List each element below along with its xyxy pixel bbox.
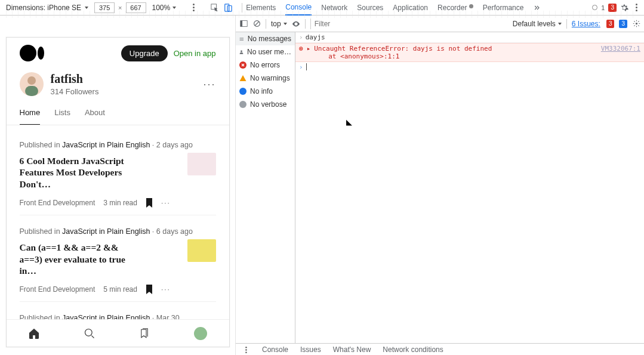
nav-home-icon[interactable] — [28, 328, 40, 339]
console-pane: top Default levels 6 Issues: 3 3 No mess… — [236, 16, 644, 355]
posts-list: Published in JavaScript in Plain English… — [7, 125, 229, 347]
prompt-icon: › — [299, 63, 303, 71]
text-cursor — [306, 63, 307, 70]
tab-home[interactable]: Home — [20, 108, 41, 125]
bottom-nav — [7, 319, 229, 347]
post-thumbnail — [187, 153, 216, 175]
log-level-select[interactable]: Default levels — [513, 20, 562, 28]
username: fatfish — [51, 72, 99, 86]
clear-console-icon[interactable] — [252, 20, 261, 28]
post-tag[interactable]: Front End Development — [20, 285, 95, 294]
console-command-line: › dayjs — [295, 32, 644, 43]
post-more-icon[interactable]: ··· — [161, 285, 171, 294]
svg-point-11 — [239, 101, 246, 108]
console-error-line: ⊗ ▸ Uncaught ReferenceError: dayjs is no… — [295, 43, 644, 62]
post-tag[interactable]: Front End Development — [20, 199, 95, 207]
drawer-tab-whatsnew[interactable]: What's New — [333, 345, 371, 354]
status-dot-grey — [592, 5, 597, 10]
user-avatar[interactable] — [20, 72, 44, 96]
user-more-icon[interactable]: ··· — [203, 78, 215, 91]
nav-bookmarks-icon[interactable] — [138, 328, 150, 339]
issues-info-badge[interactable]: 3 — [619, 20, 627, 28]
nav-search-icon[interactable] — [84, 328, 95, 339]
context-select[interactable]: top — [271, 20, 287, 28]
live-expression-icon[interactable] — [292, 20, 300, 28]
sidebar-no-verbose[interactable]: No verbose — [236, 98, 295, 111]
ruler — [6, 16, 236, 18]
console-input-line[interactable]: › — [295, 62, 644, 72]
console-toolbar: top Default levels 6 Issues: 3 3 — [236, 16, 644, 32]
device-preview-pane: Upgrade Open in app fatfish 314 Follower… — [0, 16, 236, 355]
post-item[interactable]: Published in JavaScript in Plain English… — [20, 215, 216, 302]
chevron-down-icon — [85, 7, 88, 9]
dimension-separator: × — [118, 4, 122, 11]
console-log[interactable]: › dayjs ⊗ ▸ Uncaught ReferenceError: day… — [295, 32, 644, 343]
chevron-down-icon — [558, 23, 562, 25]
prompt-icon: › — [299, 33, 303, 41]
bookmark-icon[interactable] — [146, 198, 153, 208]
filter-input[interactable] — [310, 18, 404, 29]
post-title: 6 Cool Modern JavaScript Features Most D… — [20, 155, 139, 190]
console-sidebar: No messages No user me… No errors No war… — [236, 32, 295, 343]
drawer-tabs: Console Issues What's New Network condit… — [236, 343, 644, 355]
drawer-tab-console[interactable]: Console — [262, 345, 288, 354]
chevron-down-icon — [284, 23, 287, 25]
tab-about[interactable]: About — [85, 108, 105, 125]
followers-count: 314 Followers — [51, 87, 99, 96]
sidebar-no-warnings[interactable]: No warnings — [236, 72, 295, 85]
drawer-tab-network-conditions[interactable]: Network conditions — [383, 345, 443, 354]
sidebar-no-info[interactable]: No info — [236, 85, 295, 98]
post-item[interactable]: Published in JavaScript in Plain English… — [20, 129, 216, 215]
drawer-tab-issues[interactable]: Issues — [300, 345, 321, 354]
svg-rect-5 — [240, 21, 242, 27]
console-settings-icon[interactable] — [632, 20, 640, 28]
svg-point-10 — [239, 88, 246, 95]
sidebar-no-errors[interactable]: No errors — [236, 58, 295, 72]
error-icon: ⊗ — [299, 45, 303, 60]
error-source-link[interactable]: VM332067:1 — [601, 45, 640, 60]
chevron-down-icon — [172, 7, 176, 9]
read-time: 3 min read — [103, 199, 137, 207]
medium-logo-icon[interactable] — [20, 45, 36, 61]
open-in-app-link[interactable]: Open in app — [174, 49, 216, 58]
post-more-icon[interactable]: ··· — [161, 199, 171, 207]
svg-point-8 — [241, 50, 242, 52]
bookmark-icon[interactable] — [146, 285, 153, 294]
device-viewport: Upgrade Open in app fatfish 314 Follower… — [6, 37, 230, 347]
svg-point-3 — [85, 329, 92, 336]
post-title: Can (a==1 && a==2 && a==3) ever evaluate… — [20, 242, 139, 276]
profile-tabs: Home Lists About — [7, 98, 229, 125]
sidebar-no-messages[interactable]: No messages — [236, 32, 295, 45]
drawer-more-icon[interactable] — [242, 346, 249, 353]
svg-rect-1 — [225, 4, 229, 11]
tab-lists[interactable]: Lists — [54, 108, 70, 125]
svg-point-7 — [635, 23, 637, 24]
sidebar-toggle-icon[interactable] — [239, 20, 248, 28]
issues-error-badge[interactable]: 3 — [606, 20, 615, 28]
sidebar-no-user[interactable]: No user me… — [236, 45, 295, 58]
post-thumbnail — [187, 239, 216, 262]
nav-avatar-icon[interactable] — [194, 327, 207, 340]
recorder-badge — [469, 4, 473, 8]
upgrade-button[interactable]: Upgrade — [121, 45, 168, 61]
read-time: 5 min read — [103, 285, 137, 294]
issues-link[interactable]: 6 Issues: — [572, 20, 600, 28]
